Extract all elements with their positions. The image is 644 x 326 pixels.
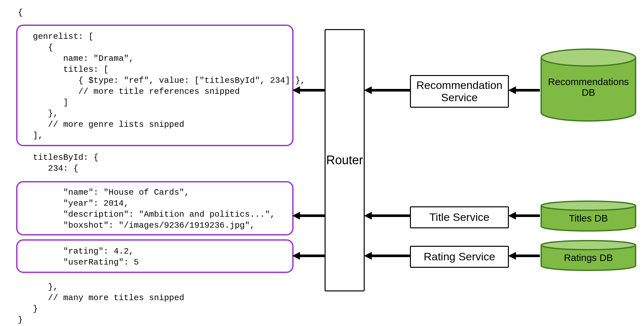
svg-marker-20 bbox=[292, 252, 300, 260]
svg-point-4 bbox=[541, 49, 636, 66]
router-label: Router bbox=[326, 153, 363, 167]
svg-marker-32 bbox=[508, 252, 516, 260]
service-label: Recommendation Service bbox=[416, 79, 502, 103]
svg-marker-18 bbox=[292, 212, 300, 220]
svg-marker-26 bbox=[364, 252, 372, 260]
arrow-left-icon bbox=[364, 211, 410, 221]
svg-marker-24 bbox=[364, 212, 372, 220]
arrow-left-icon bbox=[364, 251, 410, 261]
titles-db: Titles DB bbox=[540, 200, 637, 232]
code-line: } bbox=[18, 314, 23, 325]
db-label: Ratings DB bbox=[564, 252, 613, 263]
svg-marker-30 bbox=[508, 212, 516, 220]
arrow-left-icon bbox=[292, 85, 325, 95]
arrow-left-icon bbox=[364, 85, 410, 95]
arrow-left-icon bbox=[292, 251, 325, 261]
code-line: titlesById: { bbox=[18, 152, 99, 163]
rating-service-box: Rating Service bbox=[410, 246, 509, 268]
arrow-left-icon bbox=[508, 211, 540, 221]
db-label: Recommendations DB bbox=[548, 76, 629, 98]
code-line: { bbox=[18, 7, 23, 18]
svg-point-9 bbox=[541, 201, 636, 210]
service-label: Title Service bbox=[429, 211, 489, 223]
arrow-left-icon bbox=[508, 85, 540, 95]
router-box: Router bbox=[325, 29, 365, 291]
title-service-box: Title Service bbox=[410, 206, 509, 228]
recommendation-service-box: Recommendation Service bbox=[410, 75, 509, 108]
code-line: } bbox=[18, 303, 38, 314]
svg-marker-22 bbox=[364, 86, 372, 94]
code-line: }, bbox=[18, 281, 58, 292]
title-highlight-box bbox=[16, 181, 294, 235]
svg-marker-16 bbox=[292, 86, 300, 94]
service-label: Rating Service bbox=[424, 251, 495, 263]
code-line: // many more titles snipped bbox=[18, 292, 184, 303]
arrow-left-icon bbox=[292, 211, 325, 221]
svg-point-14 bbox=[541, 241, 636, 250]
arrow-left-icon bbox=[508, 251, 540, 261]
rating-highlight-box bbox=[16, 239, 294, 273]
svg-marker-28 bbox=[508, 86, 516, 94]
recommendations-db: Recommendations DB bbox=[540, 48, 637, 122]
genrelist-highlight-box bbox=[16, 25, 294, 146]
ratings-db: Ratings DB bbox=[540, 239, 637, 272]
code-line: 234: { bbox=[18, 163, 78, 174]
db-label: Titles DB bbox=[569, 213, 608, 223]
diagram-canvas: { genrelist: [ { name: "Drama", titles: … bbox=[0, 0, 644, 326]
